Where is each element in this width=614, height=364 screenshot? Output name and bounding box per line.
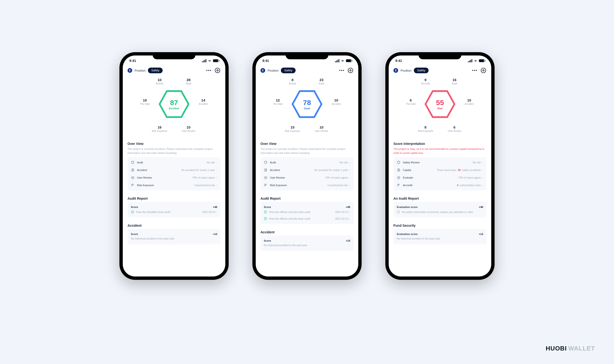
battery-icon xyxy=(346,59,352,62)
check-circle-icon xyxy=(264,176,268,180)
phone-notch xyxy=(153,52,195,59)
stat-user-review: 6User Review xyxy=(441,125,468,132)
score-value: 78 xyxy=(303,99,311,107)
overview-desc: The project is risky, so it is not recom… xyxy=(393,147,487,155)
clipboard-icon xyxy=(397,168,401,172)
coin-icon[interactable]: ₿ xyxy=(261,68,265,73)
battery-icon xyxy=(213,59,219,62)
row-capital[interactable]: Capital There have been 30 safety accide… xyxy=(393,166,487,174)
row-accredit[interactable]: Accredit 3 authorization risks› xyxy=(393,182,487,189)
phone-screen: 9:41 ₿ Position Safety ••• xyxy=(123,55,225,276)
tab-position[interactable]: Position xyxy=(401,69,411,72)
tab-position[interactable]: Position xyxy=(135,69,146,72)
tab-safety[interactable]: Safety xyxy=(414,68,429,73)
row-risk-exposure[interactable]: Risk Exposure Unauthorized risk› xyxy=(127,182,221,189)
overview-title: Score Interpretation xyxy=(393,142,487,146)
overview-list: Audit No risk› Accident No accident for … xyxy=(127,157,221,190)
check-badge-icon xyxy=(131,210,134,214)
coin-icon[interactable]: ₿ xyxy=(393,68,398,73)
overview-desc: The project is currently excellent. Plea… xyxy=(127,147,221,155)
overview-title: Over View xyxy=(261,142,353,146)
row-evaluate[interactable]: Evaluate 75% of users agree› xyxy=(393,174,487,182)
target-icon[interactable] xyxy=(480,67,487,74)
status-icons xyxy=(335,59,352,62)
row-safety-review[interactable]: Safety Review No risk› xyxy=(393,159,487,166)
wifi-icon xyxy=(474,59,477,62)
clipboard-icon xyxy=(264,168,268,172)
signal-icon xyxy=(335,59,339,62)
overview-list: Safety Review No risk› Capital There hav… xyxy=(393,157,487,190)
audit-item[interactable]: Pass the diffuse security team audit 202… xyxy=(261,216,353,223)
accident-sub: No historical accident in the past year xyxy=(261,243,353,249)
row-accident[interactable]: Accident No accident for nearly 1 year› xyxy=(127,166,221,174)
phone-frame: 9:41 ₿ Position Safety ••• xyxy=(385,52,495,280)
check-badge-icon xyxy=(264,210,267,214)
audit-item[interactable]: Pass the diffuse security team audit 202… xyxy=(261,209,353,216)
row-user-review[interactable]: User Review 75% of users agree› xyxy=(127,174,221,182)
overview-section: Score Interpretation The project is risk… xyxy=(389,139,491,193)
audit-title: An Audit Report xyxy=(393,196,487,200)
tab-safety[interactable]: Safety xyxy=(148,68,163,73)
accident-title: Accident xyxy=(127,224,221,227)
tab-group: ₿ Position Safety xyxy=(261,68,296,73)
score-hero: 9Accredit 16Audit 6The Date 10Accident 8… xyxy=(389,76,491,139)
stat-audit: 16Audit xyxy=(441,78,468,85)
score-hexagon: 87 Excellent xyxy=(159,89,189,119)
check-badge-icon xyxy=(264,217,267,220)
score-hero: 10Activity 28Audit 10The Date 14Accident… xyxy=(123,76,225,139)
phone-notch xyxy=(286,52,328,59)
row-user-review[interactable]: User Review 75% of users agree› xyxy=(261,174,353,182)
accident-title: Accident xyxy=(261,230,353,234)
audit-section: An Audit Report Evaluation score +48 No … xyxy=(389,193,491,220)
stat-accident: 10Accident xyxy=(456,98,482,105)
mockup-canvas: 9:41 ₿ Position Safety ••• xyxy=(0,0,614,364)
score-label: Risk xyxy=(436,107,444,110)
tab-safety[interactable]: Safety xyxy=(281,68,296,73)
overview-list: Audit No risk› Accident No accident for … xyxy=(261,157,353,190)
tab-position[interactable]: Position xyxy=(268,69,279,72)
accident-sub: No historical accident in the past year xyxy=(127,236,221,243)
audit-info-line: No safety information at present, please… xyxy=(393,209,487,216)
phone-frame: 9:41 ₿ Position Safety ••• xyxy=(252,52,362,280)
more-icon[interactable]: ••• xyxy=(339,67,345,74)
svg-point-3 xyxy=(265,176,267,179)
stat-accredit: 9Accredit xyxy=(412,78,439,85)
phone-frame: 9:41 ₿ Position Safety ••• xyxy=(119,52,229,280)
flag-icon xyxy=(397,183,401,187)
wifi-icon xyxy=(208,59,211,62)
top-bar: ₿ Position Safety ••• xyxy=(256,66,358,76)
check-circle-icon xyxy=(131,176,135,180)
shield-icon xyxy=(264,161,268,164)
tab-group: ₿ Position Safety xyxy=(127,68,163,73)
svg-point-5 xyxy=(397,176,400,179)
audit-score-row: Score +48 xyxy=(127,203,221,209)
tab-group: ₿ Position Safety xyxy=(393,68,429,73)
overview-section: Over View The project is currently excel… xyxy=(123,139,225,193)
audit-score-row: Score +48 xyxy=(261,203,353,209)
stat-risk-exposure: 15Risk Exposure xyxy=(279,125,306,132)
top-bar: ₿ Position Safety ••• xyxy=(389,66,491,76)
score-hexagon: 55 Risk xyxy=(425,89,455,119)
target-icon[interactable] xyxy=(347,67,353,74)
accident-score-row: Score +14 xyxy=(127,230,221,236)
flag-icon xyxy=(264,183,268,187)
shield-icon xyxy=(397,161,401,164)
stat-activity: 8Activity xyxy=(279,78,306,85)
audit-section: Audit Report Score +48 Pass the diffuse … xyxy=(256,193,358,227)
row-audit[interactable]: Audit No risk› xyxy=(127,159,221,166)
row-risk-exposure[interactable]: Risk Exposure Unauthorized risk› xyxy=(261,182,353,189)
accident-section: Accident Score +14 No historical acciden… xyxy=(256,227,358,254)
target-icon[interactable] xyxy=(214,67,221,74)
fund-sub: No historical accident in the past year xyxy=(393,236,487,243)
clipboard-icon xyxy=(131,168,135,172)
more-icon[interactable]: ••• xyxy=(206,67,212,74)
coin-icon[interactable]: ₿ xyxy=(127,68,132,73)
signal-icon xyxy=(468,59,472,62)
status-time: 9:41 xyxy=(395,59,402,63)
row-audit[interactable]: Audit No risk› xyxy=(261,159,353,166)
audit-item[interactable]: Pass the SlowMist team audit 2021-02-21 … xyxy=(127,209,221,216)
more-icon[interactable]: ••• xyxy=(472,67,478,74)
row-accident[interactable]: Accident No accident for nearly 1 year› xyxy=(261,166,353,174)
overview-desc: The project is currently excellent. Plea… xyxy=(261,147,353,155)
stat-accident: 14Accident xyxy=(190,98,216,105)
